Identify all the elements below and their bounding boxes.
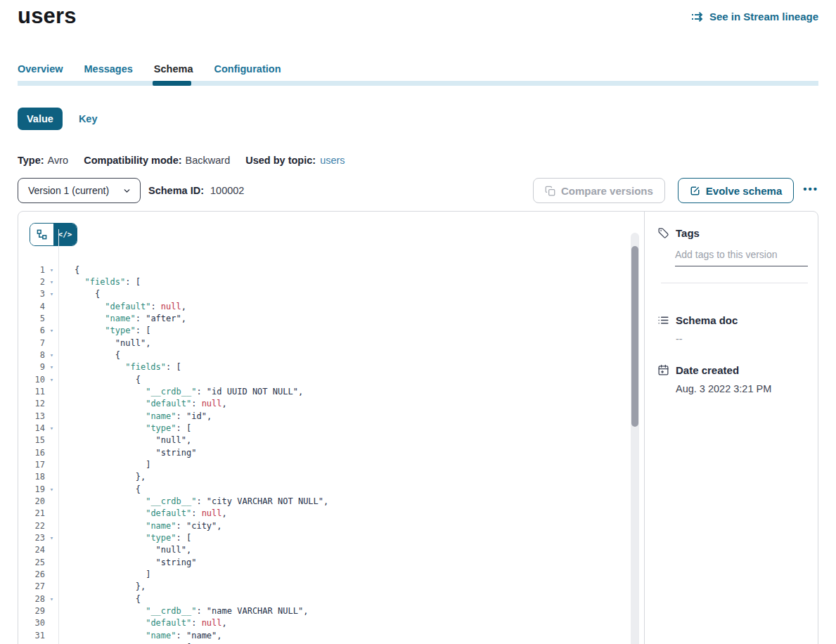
collapse-toggle-icon[interactable]: ▾ — [45, 486, 58, 493]
tree-view-icon — [37, 229, 47, 240]
code-text: }, — [58, 472, 146, 482]
tab-overview[interactable]: Overview — [18, 63, 63, 75]
line-number: 21 — [18, 508, 45, 518]
code-line: 32▾ "type": [ — [18, 641, 644, 644]
collapse-toggle-icon[interactable]: ▾ — [45, 327, 58, 334]
version-select[interactable]: Version 1 (current) — [18, 178, 141, 203]
collapse-toggle-icon[interactable]: ▾ — [45, 376, 58, 383]
code-line: 13 "name": "id", — [18, 410, 644, 422]
schema-doc-title: Schema doc — [676, 314, 738, 326]
collapse-toggle-icon[interactable]: ▾ — [45, 595, 58, 603]
line-number: 1 — [18, 265, 45, 275]
value-key-toggle: Value Key — [18, 108, 98, 130]
line-number: 13 — [18, 411, 45, 421]
tags-title: Tags — [676, 227, 700, 239]
scrollbar-thumb[interactable] — [631, 246, 638, 427]
tree-view-button[interactable] — [30, 224, 53, 245]
code-line: 25 "string" — [18, 556, 644, 568]
line-number: 9 — [18, 362, 45, 372]
chevron-down-icon — [122, 186, 131, 195]
code-line: 10▾ { — [18, 373, 644, 385]
collapse-toggle-icon[interactable]: ▾ — [45, 534, 58, 541]
more-actions-button[interactable]: ••• — [803, 183, 818, 198]
line-number: 29 — [18, 606, 45, 616]
add-tags-input[interactable] — [675, 249, 808, 266]
code-text: }, — [58, 581, 146, 591]
code-line: 8▾ { — [18, 349, 644, 361]
line-number: 3 — [18, 289, 45, 299]
compatibility-label: Compatibility mode: — [84, 155, 181, 166]
code-line: 14▾ "type": [ — [18, 422, 644, 434]
stream-lineage-link[interactable]: See in Stream lineage — [691, 11, 818, 22]
tab-configuration[interactable]: Configuration — [214, 63, 281, 75]
tags-section-header: Tags — [657, 227, 808, 239]
code-text: { — [58, 375, 141, 385]
line-number: 18 — [18, 472, 45, 482]
code-editor[interactable]: 1▾{2▾ "fields": [3▾ {4 "default": null,5… — [18, 264, 644, 644]
code-text: "name": "name", — [58, 631, 222, 640]
code-line: 20 "__crdb__": "city VARCHAR NOT NULL", — [18, 495, 644, 507]
evolve-schema-button[interactable]: Evolve schema — [678, 178, 794, 203]
code-line: 9▾ "fields": [ — [18, 361, 644, 373]
line-number: 10 — [18, 375, 45, 385]
collapse-toggle-icon[interactable]: ▾ — [45, 363, 58, 371]
line-number: 16 — [18, 448, 45, 458]
code-text: "name": "id", — [58, 411, 212, 421]
date-created-value: Aug. 3 2022 3:21 PM — [676, 383, 808, 394]
schema-sidebar: Tags Schema doc -- Date created — [644, 212, 818, 644]
tab-bar: Overview Messages Schema Configuration — [18, 63, 281, 75]
list-icon — [657, 314, 669, 326]
code-line: 31 "name": "name", — [18, 629, 644, 641]
code-line: 7 "null", — [18, 337, 644, 349]
code-line: 30 "default": null, — [18, 617, 644, 629]
compare-versions-label: Compare versions — [561, 185, 653, 197]
line-number: 28 — [18, 594, 45, 604]
collapse-toggle-icon[interactable]: ▾ — [45, 290, 58, 297]
topic-link[interactable]: users — [320, 155, 345, 166]
line-number: 26 — [18, 569, 45, 579]
tab-messages[interactable]: Messages — [84, 63, 133, 75]
copy-icon — [545, 186, 555, 196]
code-line: 27 }, — [18, 581, 644, 593]
code-line: 2▾ "fields": [ — [18, 276, 644, 288]
code-line: 16 "string" — [18, 446, 644, 458]
sidebar-divider — [661, 283, 808, 283]
code-line: 6▾ "type": [ — [18, 325, 644, 337]
line-number: 2 — [18, 277, 45, 287]
line-number: 15 — [18, 435, 45, 445]
code-view-button[interactable]: </> — [53, 224, 77, 245]
key-tab-link[interactable]: Key — [79, 113, 98, 124]
collapse-toggle-icon[interactable]: ▾ — [45, 425, 58, 432]
line-number: 11 — [18, 387, 45, 397]
collapse-toggle-icon[interactable]: ▾ — [45, 266, 58, 273]
compare-versions-button[interactable]: Compare versions — [533, 178, 665, 203]
code-text: "string" — [58, 448, 196, 458]
tag-icon — [657, 227, 669, 239]
code-text: { — [58, 265, 79, 275]
code-line: 26 ] — [18, 568, 644, 580]
line-number: 25 — [18, 558, 45, 567]
line-number: 22 — [18, 521, 45, 531]
line-number: 5 — [18, 314, 45, 323]
code-line: 22 "name": "city", — [18, 520, 644, 532]
collapse-toggle-icon[interactable]: ▾ — [45, 352, 58, 359]
code-text: "__crdb__": "city VARCHAR NOT NULL", — [58, 496, 328, 506]
code-line: 11 "__crdb__": "id UUID NOT NULL", — [18, 385, 644, 397]
tab-schema[interactable]: Schema — [154, 63, 193, 75]
schema-doc-section-header: Schema doc — [657, 314, 808, 326]
code-text: "name": "city", — [58, 521, 222, 531]
schema-card: </> 1▾{2▾ "fields": [3▾ {4 "default": nu… — [18, 211, 818, 644]
calendar-plus-icon — [657, 364, 669, 376]
code-line: 4 "default": null, — [18, 300, 644, 312]
edit-icon — [690, 186, 700, 196]
value-tab-button[interactable]: Value — [18, 108, 63, 130]
code-text: "fields": [ — [58, 277, 141, 287]
code-text: "type": [ — [58, 423, 191, 433]
code-text: "null", — [58, 338, 150, 348]
collapse-toggle-icon[interactable]: ▾ — [45, 278, 58, 285]
tab-active-indicator — [153, 81, 191, 86]
line-number: 8 — [18, 350, 45, 360]
code-line: 3▾ { — [18, 288, 644, 300]
code-text: ] — [58, 569, 150, 579]
line-number: 23 — [18, 533, 45, 543]
